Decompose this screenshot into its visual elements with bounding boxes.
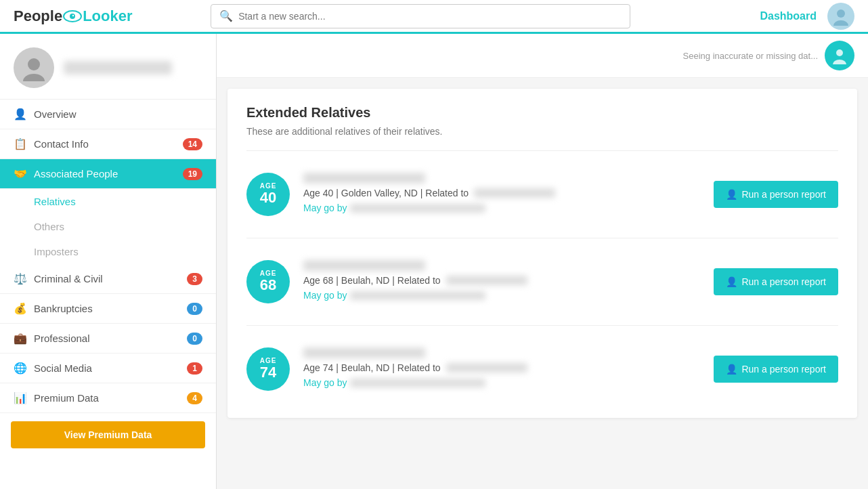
person-name-1 [303, 173, 425, 184]
sidebar-item-associated-people-label: Associated People [34, 168, 118, 179]
run-report-button-3[interactable]: 👤 Run a person report [714, 356, 838, 383]
person-details-3: Age 74 | Beulah, ND | Related to [303, 362, 714, 373]
imposters-label: Imposters [34, 246, 79, 257]
professional-badge: 0 [187, 333, 202, 345]
logo-looker: Looker [83, 7, 132, 25]
search-input[interactable] [238, 11, 622, 22]
header: People Looker 🔍 Dashboard [0, 0, 868, 34]
run-report-icon-2: 👤 [726, 276, 737, 287]
run-report-button-1[interactable]: 👤 Run a person report [714, 181, 838, 208]
criminal-civil-icon: ⚖️ [14, 272, 27, 285]
sidebar-item-bankruptcies-label: Bankruptcies [34, 303, 93, 314]
contact-info-badge: 14 [183, 138, 202, 150]
professional-icon: 💼 [14, 332, 27, 345]
others-label: Others [34, 221, 64, 232]
svg-point-8 [833, 60, 846, 64]
run-report-icon-3: 👤 [726, 364, 737, 375]
run-report-button-2[interactable]: 👤 Run a person report [714, 268, 838, 295]
premium-data-badge: 4 [187, 392, 202, 404]
person-info-2: Age 68 | Beulah, ND | Related to May go … [303, 260, 714, 301]
person-name-3 [303, 347, 425, 358]
table-row: AGE 68 Age 68 | Beulah, ND | Related to … [246, 249, 838, 314]
svg-point-6 [23, 74, 45, 81]
header-right: Dashboard [760, 3, 854, 30]
relatives-label: Relatives [34, 196, 76, 207]
divider-1 [246, 150, 838, 151]
profile-name [64, 61, 172, 75]
sidebar-item-criminal-civil[interactable]: ⚖️ Criminal & Civil 3 [0, 264, 216, 294]
eye-icon [63, 10, 82, 22]
svg-point-4 [833, 20, 848, 26]
svg-point-2 [72, 14, 74, 16]
sidebar-item-social-media[interactable]: 🌐 Social Media 1 [0, 354, 216, 383]
related-name-blur-2 [446, 276, 527, 285]
sidebar-item-overview[interactable]: 👤 Overview [0, 100, 216, 129]
age-number-3: 74 [260, 364, 276, 381]
svg-point-1 [70, 14, 75, 19]
inaccurate-avatar [825, 41, 854, 70]
divider-2 [246, 238, 838, 238]
logo: People Looker [14, 7, 133, 25]
main-layout: 👤 Overview 📋 Contact Info 14 🤝 Associate… [0, 34, 868, 489]
sidebar-item-professional[interactable]: 💼 Professional 0 [0, 324, 216, 354]
sidebar-item-associated-people[interactable]: 🤝 Associated People 19 [0, 159, 216, 189]
related-name-blur-3 [446, 363, 527, 373]
associated-people-icon: 🤝 [14, 167, 27, 180]
associated-people-badge: 19 [183, 168, 202, 180]
profile-avatar-icon [20, 54, 47, 81]
sidebar-item-premium-data[interactable]: 📊 Premium Data 4 [0, 383, 216, 413]
social-media-icon: 🌐 [14, 362, 27, 375]
sidebar-item-contact-info[interactable]: 📋 Contact Info 14 [0, 129, 216, 159]
sidebar-nav: 👤 Overview 📋 Contact Info 14 🤝 Associate… [0, 100, 216, 413]
related-name-blur-1 [474, 188, 555, 198]
table-row: AGE 40 Age 40 | Golden Valley, ND | Rela… [246, 162, 838, 227]
sidebar-item-overview-label: Overview [34, 108, 77, 120]
person-details-1: Age 40 | Golden Valley, ND | Related to [303, 188, 714, 198]
person-details-2: Age 68 | Beulah, ND | Related to [303, 275, 714, 286]
profile-avatar [14, 47, 54, 88]
premium-data-icon: 📊 [14, 391, 27, 404]
sidebar-item-bankruptcies[interactable]: 💰 Bankruptcies 0 [0, 294, 216, 324]
inaccurate-banner: Seeing inaccurate or missing dat... [217, 34, 868, 78]
profile-section [0, 34, 216, 100]
sidebar-item-criminal-civil-label: Criminal & Civil [34, 273, 103, 284]
may-go-by-3: May go by [303, 377, 714, 388]
search-icon: 🔍 [219, 9, 233, 22]
dashboard-link[interactable]: Dashboard [760, 10, 817, 22]
sidebar-item-social-media-label: Social Media [34, 362, 92, 374]
banner-avatar-icon [831, 47, 848, 64]
search-bar[interactable]: 🔍 [211, 4, 630, 28]
section-title: Extended Relatives [246, 105, 838, 121]
may-go-by-blur-3 [350, 379, 485, 387]
inaccurate-text: Seeing inaccurate or missing dat... [683, 51, 818, 61]
svg-point-7 [836, 49, 843, 56]
logo-people: People [14, 7, 62, 25]
sidebar-sub-item-imposters[interactable]: Imposters [0, 239, 216, 264]
content-area: Seeing inaccurate or missing dat... Exte… [217, 34, 868, 489]
sidebar-sub-item-relatives[interactable]: Relatives [0, 189, 216, 214]
criminal-civil-badge: 3 [187, 273, 202, 285]
may-go-by-2: May go by [303, 290, 714, 301]
overview-icon: 👤 [14, 108, 27, 121]
person-info-1: Age 40 | Golden Valley, ND | Related to … [303, 173, 714, 213]
bankruptcies-badge: 0 [187, 303, 202, 315]
section-subtitle: These are additional relatives of their … [246, 126, 838, 137]
svg-point-5 [28, 58, 40, 70]
person-name-2 [303, 260, 425, 271]
view-premium-button[interactable]: View Premium Data [11, 421, 205, 448]
age-number-1: 40 [260, 190, 276, 206]
svg-point-3 [837, 9, 845, 18]
sidebar-item-contact-info-label: Contact Info [34, 138, 89, 150]
person-info-3: Age 74 | Beulah, ND | Related to May go … [303, 347, 714, 388]
sidebar: 👤 Overview 📋 Contact Info 14 🤝 Associate… [0, 34, 217, 489]
extended-relatives-card: Extended Relatives These are additional … [227, 89, 857, 418]
run-report-icon-1: 👤 [726, 189, 737, 200]
may-go-by-blur-2 [350, 291, 485, 300]
user-avatar[interactable] [827, 3, 854, 30]
user-avatar-icon [831, 7, 850, 26]
age-number-2: 68 [260, 277, 276, 293]
sidebar-sub-item-others[interactable]: Others [0, 214, 216, 239]
sidebar-item-premium-data-label: Premium Data [34, 392, 99, 404]
sidebar-item-professional-label: Professional [34, 333, 90, 344]
age-badge-3: AGE 74 [246, 347, 290, 391]
